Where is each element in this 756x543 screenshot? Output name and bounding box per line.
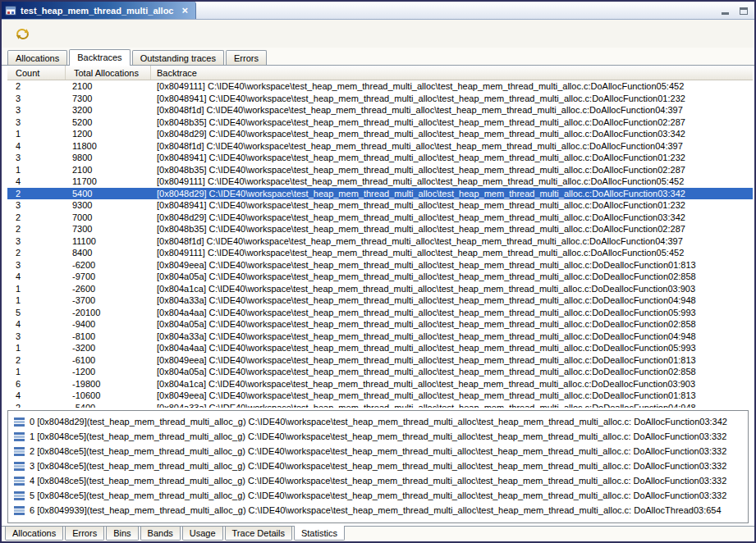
table-row[interactable]: 2-6100[0x8049eea] C:\IDE40\workspace\tes… — [7, 354, 753, 367]
cell-backtrace: [0x8048941] C:\IDE40\workspace\test_heap… — [151, 199, 753, 212]
stack-frames-icon — [14, 432, 25, 441]
stack-frame-row[interactable]: 3 [0x8048ce5](test_heap_mem_thread_multi… — [11, 459, 746, 473]
cell-backtrace: [0x8049111] C:\IDE40\workspace\test_heap… — [151, 247, 753, 259]
editor-tab[interactable]: test_heap_mem_thread_multi_alloc × — [2, 2, 196, 19]
cell-backtrace: [0x8048941] C:\IDE40\workspace\test_heap… — [151, 93, 753, 105]
cell-backtrace: [0x8048b35] C:\IDE40\workspace\test_heap… — [151, 116, 753, 129]
cell-total-allocations: -8100 — [66, 331, 151, 343]
cell-count: 4 — [7, 271, 66, 283]
cell-backtrace: [0x804a1ca] C:\IDE40\workspace\test_heap… — [151, 283, 753, 295]
memory-analysis-view-icon — [5, 5, 16, 16]
stack-frame-row[interactable]: 0 [0x8048d29](test_heap_mem_thread_multi… — [11, 414, 746, 429]
column-header-backtrace[interactable]: Backtrace — [151, 66, 753, 80]
table-row[interactable]: 3-8100[0x804a33a] C:\IDE40\workspace\tes… — [7, 331, 753, 343]
column-header-count[interactable]: Count — [7, 66, 66, 80]
cell-total-allocations: 2100 — [66, 80, 151, 93]
stack-frames-icon — [14, 477, 25, 486]
stack-frame-row[interactable]: 1 [0x8048ce5](test_heap_mem_thread_multi… — [11, 429, 746, 444]
table-row[interactable]: 5-20100[0x804a4aa] C:\IDE40\workspace\te… — [7, 307, 753, 319]
bottom-tab-usage[interactable]: Usage — [182, 527, 223, 541]
subtab-outstanding-traces[interactable]: Outstanding traces — [132, 50, 224, 65]
table-row[interactable]: 35200[0x8048b35] C:\IDE40\workspace\test… — [7, 116, 753, 129]
stack-frame-text: 2 [0x8048ce5](test_heap_mem_thread_multi… — [30, 446, 726, 456]
cell-count: 1 — [7, 128, 66, 140]
cell-count: 2 — [7, 247, 66, 259]
bottom-tab-trace-details[interactable]: Trace Details — [225, 527, 292, 541]
cell-total-allocations: 8400 — [66, 247, 151, 259]
table-row[interactable]: 4-10600[0x8049eea] C:\IDE40\workspace\te… — [7, 390, 753, 402]
table-row[interactable]: 1-1200[0x804a05a] C:\IDE40\workspace\tes… — [7, 366, 753, 378]
cell-count: 2 — [7, 354, 66, 367]
editor-tab-title: test_heap_mem_thread_multi_alloc — [21, 6, 173, 16]
cell-backtrace: [0x804a33a] C:\IDE40\workspace\test_heap… — [151, 402, 753, 408]
table-row[interactable]: 1-3200[0x804a4aa] C:\IDE40\workspace\tes… — [7, 342, 753, 354]
minimize-button[interactable] — [719, 5, 731, 16]
table-row[interactable]: 1-3700[0x804a33a] C:\IDE40\workspace\tes… — [7, 294, 753, 307]
table-row[interactable]: 25400[0x8048d29] C:\IDE40\workspace\test… — [7, 188, 753, 200]
cell-count: 6 — [7, 378, 66, 390]
subtab-backtraces[interactable]: Backtraces — [69, 49, 130, 66]
table-row[interactable]: 12100[0x8048b35] C:\IDE40\workspace\test… — [7, 164, 753, 176]
table-row[interactable]: 3-6200[0x8049eea] C:\IDE40\workspace\tes… — [7, 259, 753, 272]
stack-frames-icon — [14, 491, 25, 500]
stack-frame-row[interactable]: 5 [0x8048ce5](test_heap_mem_thread_multi… — [11, 488, 746, 503]
cell-total-allocations: -20100 — [66, 307, 151, 319]
cell-total-allocations: -2600 — [66, 283, 151, 295]
maximize-button[interactable] — [737, 5, 749, 16]
cell-backtrace: [0x8048d29] C:\IDE40\workspace\test_heap… — [151, 128, 753, 140]
cell-backtrace: [0x8048941] C:\IDE40\workspace\test_heap… — [151, 152, 753, 164]
cell-backtrace: [0x8048b35] C:\IDE40\workspace\test_heap… — [151, 164, 753, 176]
cell-total-allocations: -19800 — [66, 378, 151, 390]
cell-total-allocations: -1200 — [66, 366, 151, 378]
bottom-tab-bar: AllocationsErrorsBinsBandsUsageTrace Det… — [2, 526, 754, 541]
table-row[interactable]: 11200[0x8048d29] C:\IDE40\workspace\test… — [7, 128, 753, 140]
table-row[interactable]: 1-2600[0x804a1ca] C:\IDE40\workspace\tes… — [7, 283, 753, 295]
bottom-tab-bands[interactable]: Bands — [140, 527, 181, 541]
cell-count: 1 — [7, 366, 66, 378]
sync-button[interactable] — [12, 24, 32, 43]
stack-frames-icon — [14, 447, 25, 456]
table-row[interactable]: 39300[0x8048941] C:\IDE40\workspace\test… — [7, 199, 753, 212]
sync-arrows-icon — [16, 28, 30, 40]
table-row[interactable]: 311100[0x8048f1d] C:\IDE40\workspace\tes… — [7, 235, 753, 248]
table-row[interactable]: 33200[0x8048f1d] C:\IDE40\workspace\test… — [7, 104, 753, 116]
cell-total-allocations: 5400 — [66, 188, 151, 200]
bottom-tab-bins[interactable]: Bins — [106, 527, 138, 541]
subtab-allocations[interactable]: Allocations — [7, 50, 67, 65]
stack-frame-text: 5 [0x8048ce5](test_heap_mem_thread_multi… — [30, 491, 726, 500]
stack-frame-row[interactable]: 4 [0x8048ce5](test_heap_mem_thread_multi… — [11, 473, 746, 488]
subtab-errors[interactable]: Errors — [226, 50, 267, 65]
cell-backtrace: [0x8049111] C:\IDE40\workspace\test_heap… — [151, 176, 753, 188]
table-row[interactable]: 6-19800[0x804a1ca] C:\IDE40\workspace\te… — [7, 378, 753, 390]
table-row[interactable]: 4-9700[0x804a05a] C:\IDE40\workspace\tes… — [7, 271, 753, 283]
cell-total-allocations: 11700 — [66, 176, 151, 188]
cell-count: 1 — [7, 342, 66, 354]
table-row[interactable]: 411700[0x8049111] C:\IDE40\workspace\tes… — [7, 176, 753, 188]
table-row[interactable]: 37300[0x8048941] C:\IDE40\workspace\test… — [7, 93, 753, 105]
stack-frame-row[interactable]: 2 [0x8048ce5](test_heap_mem_thread_multi… — [11, 444, 746, 459]
bottom-tab-allocations[interactable]: Allocations — [5, 527, 63, 541]
table-row[interactable]: 28400[0x8049111] C:\IDE40\workspace\test… — [7, 247, 753, 259]
table-row[interactable]: 39800[0x8048941] C:\IDE40\workspace\test… — [7, 152, 753, 164]
bottom-tab-errors[interactable]: Errors — [65, 527, 104, 541]
table-row[interactable]: 27300[0x8048b35] C:\IDE40\workspace\test… — [7, 223, 753, 235]
cell-backtrace: [0x804a33a] C:\IDE40\workspace\test_heap… — [151, 331, 753, 343]
cell-count: 2 — [7, 223, 66, 235]
cell-backtrace: [0x8048d29] C:\IDE40\workspace\test_heap… — [151, 188, 753, 200]
bottom-tab-statistics[interactable]: Statistics — [294, 526, 345, 541]
minimize-icon — [722, 12, 729, 15]
table-row[interactable]: 411800[0x8048f1d] C:\IDE40\workspace\tes… — [7, 140, 753, 153]
maximize-icon — [740, 7, 748, 15]
cell-count: 1 — [7, 283, 66, 295]
close-icon[interactable]: × — [181, 5, 188, 16]
table-row[interactable]: 4-9400[0x804a05a] C:\IDE40\workspace\tes… — [7, 318, 753, 331]
column-header-total-allocations[interactable]: Total Allocations — [66, 66, 151, 80]
cell-total-allocations: -9700 — [66, 271, 151, 283]
table-row[interactable]: 27000[0x8048d29] C:\IDE40\workspace\test… — [7, 212, 753, 224]
cell-total-allocations: 11800 — [66, 140, 151, 153]
stack-frame-row[interactable]: 6 [0x8049939](test_heap_mem_thread_multi… — [11, 503, 746, 518]
table-row[interactable]: 2-5400[0x804a33a] C:\IDE40\workspace\tes… — [7, 402, 753, 408]
cell-backtrace: [0x8049eea] C:\IDE40\workspace\test_heap… — [151, 354, 753, 367]
table-row[interactable]: 22100[0x8049111] C:\IDE40\workspace\test… — [7, 80, 753, 93]
stack-frames-icon — [14, 506, 25, 515]
